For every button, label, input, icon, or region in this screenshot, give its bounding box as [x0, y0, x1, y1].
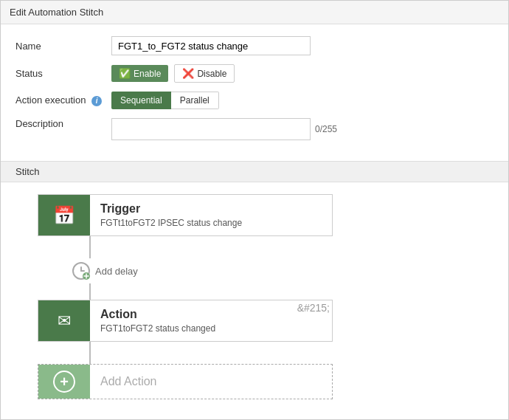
add-delay-icon: [72, 261, 91, 280]
calendar-icon: 📅: [53, 205, 75, 226]
trigger-card-body: Trigger FGTt1toFGT2 IPSEC status change: [90, 195, 252, 235]
action-icon-cell: ✉: [38, 300, 90, 341]
enable-button[interactable]: ✅ Enable: [111, 65, 168, 82]
description-label: Description: [15, 118, 111, 129]
connector-2: [89, 283, 91, 300]
action-execution-row: Action execution i Sequential Parallel: [15, 92, 494, 109]
trigger-title: Trigger: [100, 202, 242, 216]
add-action-icon-cell: +: [38, 365, 90, 399]
stitch-section-header: Stitch: [1, 161, 508, 182]
disable-button[interactable]: ❌ Disable: [174, 64, 235, 83]
check-circle-icon: ✅: [119, 68, 131, 79]
stitch-content: 📅 Trigger FGTt1toFGT2 IPSEC status chang…: [1, 182, 508, 414]
action-execution-label: Action execution i: [15, 94, 111, 106]
trigger-subtitle: FGTt1toFGT2 IPSEC status change: [100, 218, 242, 228]
char-count: 0/255: [315, 124, 337, 134]
add-delay-row[interactable]: Add delay: [72, 258, 494, 283]
description-row: Description 0/255: [15, 118, 494, 140]
status-buttons: ✅ Enable ❌ Disable: [111, 64, 235, 83]
trigger-icon-cell: 📅: [38, 195, 90, 235]
status-row: Status ✅ Enable ❌ Disable: [15, 64, 494, 83]
sequential-button[interactable]: Sequential: [111, 92, 171, 109]
trigger-card[interactable]: 📅 Trigger FGTt1toFGT2 IPSEC status chang…: [38, 194, 333, 236]
action-card[interactable]: ✉ Action FGT1toFGT2 status changed: [38, 300, 333, 342]
name-row: Name: [15, 36, 494, 55]
name-input[interactable]: [111, 36, 311, 55]
action-title: Action: [100, 308, 215, 321]
action-subtitle: FGT1toFGT2 status changed: [100, 323, 215, 334]
mail-icon: ✉: [58, 311, 71, 331]
execution-buttons: Sequential Parallel: [111, 92, 219, 109]
add-action-label: Add Action: [90, 365, 167, 399]
name-label: Name: [15, 41, 111, 52]
add-delay-label: Add delay: [95, 266, 138, 277]
x-circle-icon: ❌: [182, 68, 194, 79]
action-card-wrapper: ✉ Action FGT1toFGT2 status changed &#215…: [38, 300, 333, 342]
window-title: Edit Automation Stitch: [1, 1, 508, 24]
connector-3: [89, 342, 91, 364]
action-close-button[interactable]: &#215;: [297, 303, 330, 313]
connector-1: [89, 236, 91, 258]
delay-clock-icon: [72, 261, 91, 280]
add-action-card[interactable]: + Add Action: [38, 364, 333, 399]
parallel-button[interactable]: Parallel: [171, 92, 219, 109]
status-label: Status: [15, 68, 111, 79]
description-input-wrap: [111, 118, 311, 140]
plus-circle-icon: +: [53, 371, 75, 393]
description-input[interactable]: [111, 118, 311, 140]
info-icon[interactable]: i: [91, 96, 102, 106]
action-card-body: Action FGT1toFGT2 status changed: [90, 300, 226, 341]
